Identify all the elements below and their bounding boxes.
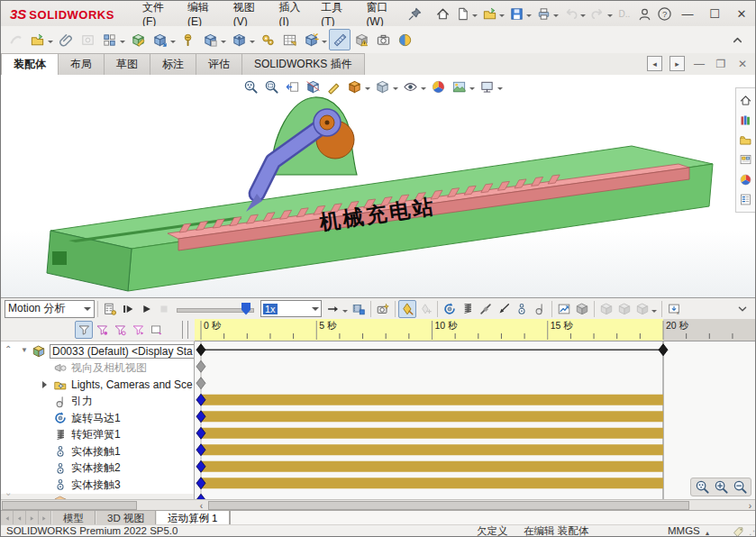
- hide-show-items-button-dropdown-icon[interactable]: [421, 87, 426, 93]
- move-component-button[interactable]: [149, 29, 170, 50]
- next-tab-button[interactable]: [26, 511, 39, 525]
- simulation-setup-1-button[interactable]: [597, 300, 615, 318]
- tab-评估[interactable]: 评估: [196, 53, 242, 75]
- view-settings-button[interactable]: [477, 77, 497, 96]
- appearances-scenes-button[interactable]: [736, 170, 755, 189]
- display-style-button[interactable]: [372, 77, 393, 96]
- annotation-view-button[interactable]: [323, 77, 344, 96]
- maximize-button[interactable]: ☐: [701, 2, 728, 25]
- filter-selected-button[interactable]: [129, 321, 147, 339]
- damper-button[interactable]: [477, 300, 495, 318]
- slider-thumb[interactable]: [241, 303, 250, 315]
- graphics-viewport[interactable]: 机械充电站: [1, 75, 756, 297]
- collapse-motionmanager-button[interactable]: x: [665, 300, 683, 318]
- timeline-hscroll-thumb[interactable]: [208, 501, 689, 510]
- assembly-features-button-dropdown-icon[interactable]: [250, 41, 255, 46]
- motor-button[interactable]: [441, 300, 459, 318]
- auto-key-button[interactable]: [398, 300, 416, 318]
- tree-item-实体接触1[interactable]: 实体接触1: [1, 443, 194, 460]
- view-orientation-button-dropdown-icon[interactable]: [365, 87, 370, 93]
- save-animation-button[interactable]: [350, 300, 368, 318]
- save-button[interactable]: [506, 4, 526, 23]
- zoom-area-button[interactable]: [261, 77, 282, 96]
- doc-minimize-button[interactable]: —: [692, 58, 706, 70]
- timeline-zoom-fit-button[interactable]: [694, 479, 710, 495]
- show-hidden-components-button[interactable]: [199, 29, 221, 50]
- help-button[interactable]: ?: [654, 4, 674, 23]
- playback-mode-button-dropdown-icon[interactable]: [342, 310, 348, 315]
- scroll-tabs-left-button[interactable]: ◂: [647, 56, 662, 71]
- tab-标注[interactable]: 标注: [150, 53, 196, 75]
- stop-button[interactable]: [155, 300, 173, 318]
- doc-restore-button[interactable]: ❐: [714, 58, 728, 70]
- doc-tab-模型[interactable]: 模型: [51, 511, 96, 525]
- insert-components-button-dropdown-icon[interactable]: [48, 41, 53, 46]
- hide-show-items-button[interactable]: [400, 77, 421, 96]
- simulation-setup-2-button[interactable]: [615, 300, 633, 318]
- timeline-ruler[interactable]: 0 秒5 秒10 秒15 秒20 秒: [195, 319, 756, 341]
- simulation-setup-3-button[interactable]: [633, 300, 651, 318]
- motionbar-collapse-chevron-icon[interactable]: [733, 300, 751, 318]
- panel-splitter-handle[interactable]: [182, 321, 188, 339]
- measure-button[interactable]: [329, 29, 351, 50]
- filter-animated-button[interactable]: [93, 321, 111, 339]
- add-key-button[interactable]: [416, 300, 434, 318]
- scroll-tabs-right-button[interactable]: ▸: [669, 56, 685, 71]
- tree-item-Lights, Cameras and Sce[interactable]: Lights, Cameras and Sce: [1, 377, 194, 394]
- save-button-dropdown-icon[interactable]: [526, 14, 532, 20]
- tree-hscroll-thumb[interactable]: [2, 501, 137, 510]
- tree-item-实体接触2[interactable]: 实体接触2: [1, 460, 194, 478]
- first-tab-button[interactable]: [1, 511, 14, 525]
- taskpane-home-button[interactable]: [736, 91, 755, 110]
- animation-wizard-button[interactable]: [374, 300, 392, 318]
- apply-scene-button[interactable]: [449, 77, 469, 96]
- gear-mates-button[interactable]: [257, 29, 278, 50]
- units-label[interactable]: MMGS: [668, 525, 700, 537]
- bom-button[interactable]: [278, 29, 300, 50]
- tag-icon[interactable]: [733, 526, 744, 537]
- tree-item-视向及相机视图[interactable]: 视向及相机视图: [1, 360, 194, 378]
- component-pattern-button-dropdown-icon[interactable]: [120, 41, 125, 46]
- print-button[interactable]: [533, 4, 553, 23]
- 3d-viewer-button[interactable]: [394, 29, 415, 50]
- tree-item-旋转马达1[interactable]: 旋转马达1: [1, 410, 194, 427]
- design-library-button[interactable]: [736, 111, 755, 130]
- home-button[interactable]: [433, 4, 452, 23]
- play-from-start-button[interactable]: [119, 300, 137, 318]
- view-settings-button-dropdown-icon[interactable]: [497, 87, 503, 93]
- playback-slider[interactable]: [177, 302, 254, 316]
- tab-SOLIDWORKS 插件[interactable]: SOLIDWORKS 插件: [241, 53, 365, 75]
- display-style-button-dropdown-icon[interactable]: [393, 87, 398, 93]
- new-document-button[interactable]: [452, 4, 472, 23]
- spring-button[interactable]: [459, 300, 477, 318]
- gravity-button[interactable]: [531, 300, 549, 318]
- exploded-view-button[interactable]: [300, 29, 322, 50]
- timeline-area[interactable]: [195, 341, 756, 499]
- exploded-view-button-dropdown-icon[interactable]: [322, 41, 327, 46]
- study-type-select[interactable]: Motion 分析: [5, 300, 95, 318]
- timeline-zoom-in-button[interactable]: [713, 479, 729, 495]
- edit-appearance-button[interactable]: [428, 77, 449, 96]
- previous-view-button[interactable]: [282, 77, 303, 96]
- redo-button[interactable]: [587, 4, 607, 23]
- section-view-button[interactable]: [303, 77, 323, 96]
- units-dropdown-icon[interactable]: ▴: [706, 527, 709, 537]
- file-explorer-button[interactable]: [736, 131, 755, 150]
- move-component-button-dropdown-icon[interactable]: [170, 41, 176, 46]
- filter-driving-button[interactable]: [111, 321, 129, 339]
- contact-button[interactable]: [513, 300, 531, 318]
- timeline-zoom-out-button[interactable]: [732, 479, 748, 495]
- doc-tab-3D 视图[interactable]: 3D 视图: [96, 511, 156, 525]
- tree-item-D0033 (Default) <Display Sta[interactable]: D0033 (Default) <Display Sta: [1, 343, 194, 360]
- tree-item-引力[interactable]: 引力: [1, 394, 194, 411]
- edit-component-button[interactable]: [127, 29, 149, 50]
- tree-item-实体接触3[interactable]: 实体接触3: [1, 477, 194, 494]
- doc-tab-运动算例 1[interactable]: 运动算例 1: [156, 511, 230, 525]
- insert-components-button[interactable]: [26, 29, 48, 50]
- tab-草图[interactable]: 草图: [104, 53, 150, 75]
- smart-fasteners-button[interactable]: [178, 29, 199, 50]
- filter-all-button[interactable]: [75, 321, 93, 339]
- component-pattern-button[interactable]: [98, 29, 120, 50]
- account-button[interactable]: [634, 4, 654, 23]
- zoom-fit-button[interactable]: [241, 77, 261, 96]
